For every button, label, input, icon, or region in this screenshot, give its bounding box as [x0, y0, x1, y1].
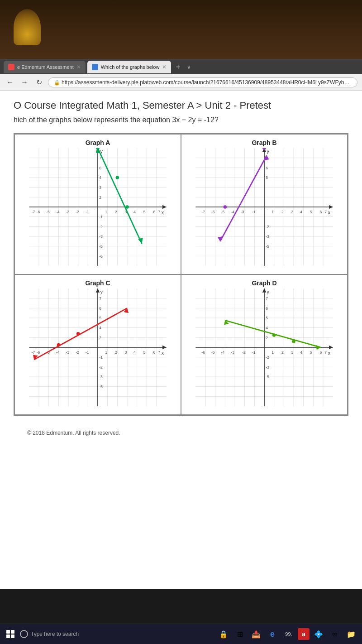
graph-c-label: Graph C	[19, 279, 176, 287]
svg-text:y: y	[100, 289, 103, 294]
svg-text:-5: -5	[221, 210, 225, 214]
forward-button[interactable]: →	[19, 78, 30, 87]
svg-text:-3: -3	[231, 350, 234, 355]
svg-text:2: 2	[99, 195, 101, 200]
taskbar-search-area[interactable]: Type here to search	[20, 630, 79, 638]
graph-a-label: Graph A	[19, 139, 176, 146]
graph-d-label: Graph D	[186, 279, 343, 287]
svg-text:6: 6	[266, 166, 268, 170]
svg-marker-199	[262, 288, 267, 293]
svg-text:-2: -2	[242, 350, 246, 355]
svg-text:7: 7	[324, 210, 327, 214]
svg-text:7: 7	[158, 210, 160, 214]
tab-icon-edmentum	[8, 64, 14, 70]
svg-text:4: 4	[266, 326, 268, 330]
svg-text:-3: -3	[266, 365, 269, 370]
taskbar-infinity-icon[interactable]: ∞	[328, 627, 342, 641]
svg-text:5: 5	[266, 175, 268, 180]
svg-text:1: 1	[105, 350, 107, 355]
graph-c-cell: Graph C	[14, 274, 181, 415]
photo-decoration	[0, 0, 362, 59]
svg-line-54	[98, 148, 142, 244]
taskbar-diamond-icon[interactable]: 💠	[311, 627, 326, 641]
search-label[interactable]: Type here to search	[31, 631, 79, 637]
taskbar-grid-icon[interactable]: ⊞	[233, 627, 247, 641]
svg-text:-5: -5	[99, 384, 103, 389]
address-bar: ← → ↻ 🔒 https://assessments-delivery.ple…	[0, 74, 362, 91]
back-button[interactable]: ←	[5, 78, 15, 87]
svg-text:3: 3	[291, 210, 294, 214]
svg-text:5: 5	[143, 210, 146, 214]
tab-graphs[interactable]: Which of the graphs below ✕	[87, 61, 171, 73]
svg-text:5: 5	[143, 350, 146, 355]
lock-icon: 🔒	[54, 80, 62, 85]
tab-close-graphs[interactable]: ✕	[162, 64, 167, 70]
taskbar-upload-icon[interactable]: 📤	[249, 627, 263, 641]
svg-text:-5: -5	[211, 350, 215, 355]
graph-d-svg: x y 1 2 3 4 5 6 7 -1 -2 -3 -4 -5 -6 6 5 …	[192, 288, 337, 406]
footer-copyright: © 2018 Edmentum. All rights reserved.	[14, 423, 348, 443]
svg-text:5: 5	[99, 316, 101, 320]
svg-text:-3: -3	[266, 234, 269, 239]
start-button[interactable]	[4, 627, 17, 641]
svg-text:7: 7	[158, 350, 160, 355]
svg-text:7: 7	[266, 296, 268, 301]
svg-text:-6: -6	[211, 210, 215, 214]
svg-text:5: 5	[266, 316, 268, 320]
svg-text:6: 6	[266, 306, 268, 311]
tab-close-edmentum[interactable]: ✕	[76, 64, 81, 70]
svg-text:-7: -7	[32, 350, 35, 355]
svg-text:-2: -2	[266, 225, 269, 229]
page-content: O Course Integrated Math 1, Semester A >…	[0, 91, 362, 589]
svg-marker-86	[329, 205, 333, 209]
svg-text:1: 1	[105, 210, 107, 214]
taskbar-edge-icon[interactable]: e	[265, 627, 280, 641]
new-tab-button[interactable]: +	[173, 62, 183, 72]
windows-icon	[6, 630, 14, 638]
tab-label-graphs: Which of the graphs below	[101, 64, 160, 70]
svg-text:3: 3	[99, 185, 101, 190]
svg-text:2: 2	[281, 210, 284, 214]
svg-text:6: 6	[153, 350, 155, 355]
svg-text:-6: -6	[99, 254, 103, 259]
tab-bar: e Edmentum Assessment ✕ Which of the gra…	[0, 60, 362, 74]
svg-point-59	[125, 205, 129, 209]
svg-point-227	[292, 340, 295, 343]
tab-chevron[interactable]: ∨	[185, 64, 193, 70]
svg-text:-1: -1	[86, 350, 89, 355]
svg-text:3: 3	[291, 350, 294, 355]
graphs-grid: Graph A	[14, 133, 348, 416]
svg-text:x: x	[162, 350, 164, 356]
refresh-button[interactable]: ↻	[33, 78, 44, 87]
tab-label-edmentum: e Edmentum Assessment	[17, 64, 74, 70]
svg-point-226	[272, 333, 276, 337]
tab-edmentum[interactable]: e Edmentum Assessment ✕	[4, 61, 86, 73]
svg-text:-2: -2	[99, 225, 103, 229]
graph-d-cell: Graph D	[181, 274, 348, 415]
graph-b-label: Graph B	[186, 139, 343, 146]
address-input[interactable]: 🔒 https://assessments-delivery.ple.plato…	[48, 77, 357, 87]
svg-text:-6: -6	[201, 350, 205, 355]
svg-text:7: 7	[99, 296, 101, 301]
svg-text:-3: -3	[66, 350, 70, 355]
svg-text:4: 4	[99, 175, 101, 180]
taskbar-a-icon[interactable]: a	[298, 628, 310, 640]
svg-text:y: y	[267, 149, 269, 154]
svg-text:-6: -6	[37, 350, 40, 355]
svg-line-167	[34, 308, 127, 360]
graph-a-cell: Graph A	[14, 134, 181, 274]
svg-text:-1: -1	[99, 355, 103, 360]
taskbar-speed-icon[interactable]: 99.	[281, 627, 296, 641]
svg-marker-140	[162, 346, 167, 350]
url-text: https://assessments-delivery.ple.platowe…	[62, 79, 353, 86]
graph-b-svg: x y 1 2 3 4 5 6 7 -1 -3 -4 -5 -6 -7 5 6 …	[192, 148, 337, 266]
svg-text:4: 4	[133, 210, 136, 214]
svg-text:-4: -4	[231, 210, 234, 214]
svg-text:-1: -1	[252, 210, 256, 214]
taskbar-folder-icon[interactable]: 📁	[344, 627, 358, 641]
svg-marker-141	[96, 288, 100, 293]
taskbar-lock-icon[interactable]: 🔒	[216, 627, 231, 641]
svg-text:-2: -2	[266, 355, 269, 360]
svg-text:-7: -7	[201, 210, 205, 214]
svg-text:y: y	[267, 289, 269, 294]
